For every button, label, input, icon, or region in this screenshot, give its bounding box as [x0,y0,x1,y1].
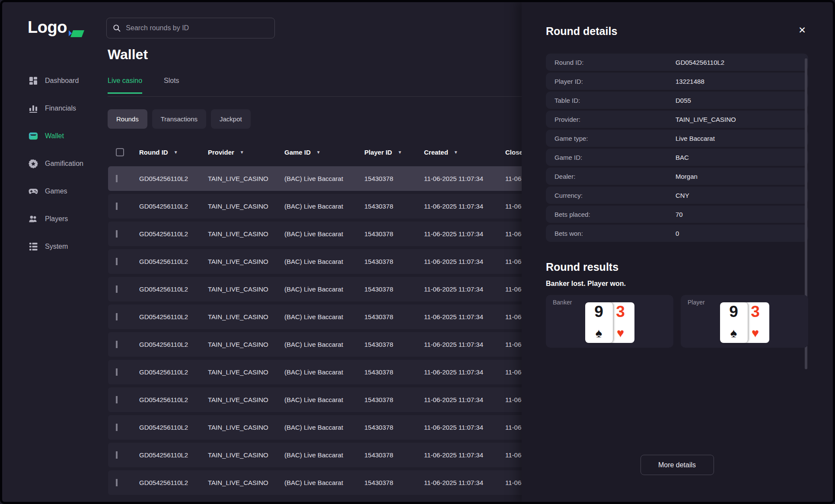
row-checkbox[interactable] [116,424,118,431]
row-checkbox[interactable] [116,175,118,182]
fields-list: Round ID: GD054256110L2 Player ID: 13221… [546,54,808,244]
detail-field-row: Bets placed: 70 [546,206,808,223]
field-value: Morgan [676,173,698,180]
search-icon [113,24,121,32]
table-row[interactable]: GD054256110L2 TAIN_LIVE_CASINO (BAC) Liv… [108,443,551,467]
row-checkbox[interactable] [116,313,118,320]
table-row[interactable]: GD054256110L2 TAIN_LIVE_CASINO (BAC) Liv… [108,387,551,412]
cards: 9 ♠ 3 ♥ [681,302,808,343]
sort-icon[interactable]: ▼ [398,150,402,155]
row-checkbox[interactable] [116,479,118,486]
filter-jackpot-button[interactable]: Jackpot [211,109,251,129]
field-value: 0 [676,230,679,237]
cell-round-id: GD054256110L2 [139,341,208,348]
table-row[interactable]: GD054256110L2 TAIN_LIVE_CASINO (BAC) Liv… [108,277,551,301]
filter-rounds-button[interactable]: Rounds [108,109,147,129]
table-row[interactable]: GD054256110L2 TAIN_LIVE_CASINO (BAC) Liv… [108,304,551,329]
field-value: D055 [676,97,691,104]
cell-player-id: 15430378 [364,451,424,459]
row-checkbox[interactable] [116,230,118,238]
cell-provider: TAIN_LIVE_CASINO [208,341,284,348]
detail-field-row: Dealer: Morgan [546,168,808,185]
table-row[interactable]: GD054256110L2 TAIN_LIVE_CASINO (BAC) Liv… [108,332,551,357]
row-checkbox[interactable] [116,396,118,403]
cell-player-id: 15430378 [364,258,424,265]
card-rank: 9 [594,303,603,321]
card-rank: 9 [729,303,738,321]
sidebar-item-financials[interactable]: Financials [0,95,106,122]
detail-field-row: Currency: CNY [546,187,808,204]
field-label: Provider: [555,116,580,123]
search-bar[interactable] [106,18,275,38]
cell-provider: TAIN_LIVE_CASINO [208,368,284,376]
field-value: GD054256110L2 [676,59,724,66]
sort-icon[interactable]: ▼ [316,150,321,155]
row-checkbox[interactable] [116,341,118,348]
cell-created: 11-06-2025 11:07:34 [424,175,505,182]
row-checkbox[interactable] [116,285,118,293]
sidebar-item-system[interactable]: System [0,233,106,260]
tab-slots[interactable]: Slots [164,77,179,94]
players-icon [29,214,38,224]
sort-icon[interactable]: ▼ [240,150,244,155]
sidebar-item-label: System [45,243,68,250]
round-outcome: Banker lost. Player won. [546,280,626,288]
sidebar-item-dashboard[interactable]: Dashboard [0,67,106,95]
cell-created: 11-06-2025 11:07:34 [424,230,505,238]
sidebar-item-players[interactable]: Players [0,205,106,233]
table-row[interactable]: GD054256110L2 TAIN_LIVE_CASINO (BAC) Liv… [108,415,551,440]
field-label: Currency: [555,192,583,199]
detail-field-row: Bets won: 0 [546,225,808,242]
cell-created: 11-06-2025 11:07:34 [424,285,505,293]
cell-game-id: (BAC) Live Baccarat [284,203,364,210]
table-body: GD054256110L2 TAIN_LIVE_CASINO (BAC) Liv… [108,166,551,498]
close-icon[interactable]: ✕ [796,24,808,36]
card-suit-icon: ♠ [730,327,737,339]
more-details-wrap: More details [546,455,808,475]
filter-transactions-button[interactable]: Transactions [152,109,206,129]
sidebar-item-gamification[interactable]: Gamification [0,150,106,178]
cell-provider: TAIN_LIVE_CASINO [208,203,284,210]
row-checkbox[interactable] [116,368,118,376]
cell-game-id: (BAC) Live Baccarat [284,285,364,293]
detail-field-row: Game ID: BAC [546,149,808,166]
cell-created: 11-06-2025 11:07:34 [424,396,505,403]
sidebar-item-label: Players [45,215,68,223]
table-row[interactable]: GD054256110L2 TAIN_LIVE_CASINO (BAC) Liv… [108,166,551,191]
table-row[interactable]: GD054256110L2 TAIN_LIVE_CASINO (BAC) Liv… [108,360,551,384]
tab-live-casino[interactable]: Live casino [108,77,142,94]
card-rank: 3 [616,303,625,321]
wallet-icon [29,131,38,141]
row-checkbox[interactable] [116,203,118,210]
search-input[interactable] [126,24,268,32]
row-checkbox[interactable] [116,451,118,459]
hand-box: Banker 9 ♠ 3 ♥ [546,295,673,348]
cell-player-id: 15430378 [364,341,424,348]
column-header-game-id[interactable]: Game ID▼ [284,149,364,156]
sort-icon[interactable]: ▼ [454,150,458,155]
cell-created: 11-06-2025 11:07:34 [424,203,505,210]
field-value: CNY [676,192,689,199]
sort-icon[interactable]: ▼ [174,150,178,155]
cell-game-id: (BAC) Live Baccarat [284,175,364,182]
sidebar-item-games[interactable]: Games [0,178,106,205]
cell-created: 11-06-2025 11:07:34 [424,479,505,486]
sidebar-item-wallet[interactable]: Wallet [0,122,106,150]
table-row[interactable]: GD054256110L2 TAIN_LIVE_CASINO (BAC) Liv… [108,470,551,495]
field-value: BAC [676,154,689,161]
cell-round-id: GD054256110L2 [139,424,208,431]
table-row[interactable]: GD054256110L2 TAIN_LIVE_CASINO (BAC) Liv… [108,249,551,274]
more-details-button[interactable]: More details [641,455,714,475]
cell-provider: TAIN_LIVE_CASINO [208,285,284,293]
column-header-created[interactable]: Created▼ [424,149,505,156]
table-row[interactable]: GD054256110L2 TAIN_LIVE_CASINO (BAC) Liv… [108,194,551,219]
field-value: 13221488 [676,78,704,85]
row-checkbox[interactable] [116,258,118,265]
column-header-round-id[interactable]: Round ID▼ [139,149,208,156]
select-all-checkbox[interactable] [116,148,124,156]
gamepad-icon [29,187,38,196]
table-row[interactable]: GD054256110L2 TAIN_LIVE_CASINO (BAC) Liv… [108,222,551,246]
column-header-provider[interactable]: Provider▼ [208,149,284,156]
dashboard-icon [29,76,38,86]
column-header-player-id[interactable]: Player ID▼ [364,149,424,156]
